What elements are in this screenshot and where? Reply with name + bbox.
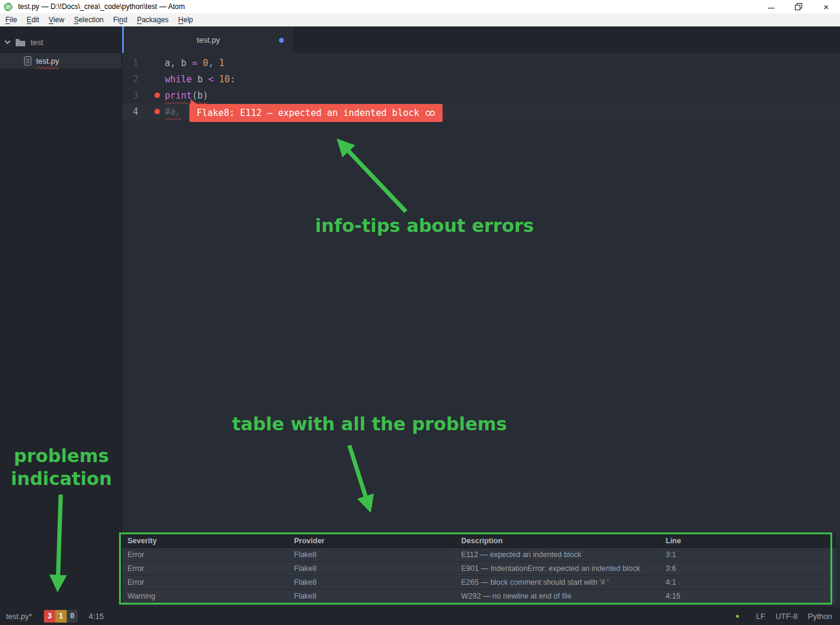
column-header-line[interactable]: Line	[660, 537, 836, 545]
menu-packages[interactable]: Packages	[132, 16, 174, 24]
menu-find[interactable]: Find	[108, 16, 132, 24]
lint-error-dot-icon	[155, 109, 160, 114]
code-line-1[interactable]: 1a, b = 0, 1	[122, 55, 840, 71]
problems-panel: Severity Provider Description Line Error…	[122, 534, 836, 603]
problem-severity: Error	[122, 578, 289, 587]
tree-view: test test.py	[0, 26, 122, 607]
annotation-info-tips: info-tips about errors	[315, 215, 534, 236]
lint-dot-column	[138, 109, 165, 114]
error-count-badge[interactable]: 3	[44, 610, 55, 623]
problem-row[interactable]: ErrorFlake8E112 — expected an indented b…	[122, 548, 836, 562]
tab-label: test.py	[197, 35, 219, 44]
problem-severity: Error	[122, 564, 289, 573]
code-line-3[interactable]: 3print(b)	[122, 87, 840, 103]
problem-provider: Flake8	[289, 592, 456, 600]
code-editor[interactable]: 1a, b = 0, 12while b < 10:3print(b)4#a,	[122, 53, 840, 607]
info-count-badge[interactable]: 0	[67, 610, 78, 623]
problem-line: 4:1	[660, 578, 836, 587]
problem-provider: Flake8	[289, 550, 456, 559]
menu-file[interactable]: File	[0, 16, 22, 24]
menu-selection[interactable]: Selection	[69, 16, 108, 24]
tab-testpy[interactable]: test.py	[124, 26, 293, 53]
tab-modified-dot-icon[interactable]	[279, 38, 284, 43]
linter-status-dot-icon[interactable]	[736, 615, 739, 618]
problem-description: E901 — IndentationError: expected an ind…	[456, 564, 660, 573]
line-number: 2	[122, 74, 138, 85]
code-text: a, b = 0, 1	[165, 58, 224, 69]
minimize-button[interactable]	[757, 0, 785, 13]
tree-item-file-testpy[interactable]: test.py	[0, 53, 121, 69]
menu-help[interactable]: Help	[173, 16, 198, 24]
grammar-indicator[interactable]: Python	[808, 612, 832, 621]
title-bar: test.py — D:\!Docs\_crea\_code\python\te…	[0, 0, 840, 13]
problem-description: E112 — expected an indented block	[456, 550, 660, 559]
lint-tooltip: Flake8: E112 — expected an indented bloc…	[189, 104, 443, 122]
column-header-severity[interactable]: Severity	[122, 534, 289, 547]
chevron-down-icon[interactable]	[5, 38, 11, 44]
problems-header-row: Severity Provider Description Line	[122, 534, 836, 548]
folder-icon	[16, 38, 25, 46]
atom-window: test.py — D:\!Docs\_crea\_code\python\te…	[0, 0, 840, 625]
tree-file-label: test.py	[36, 56, 59, 66]
tab-bar: test.py	[122, 26, 840, 53]
line-number: 3	[122, 90, 138, 101]
tree-item-folder-test[interactable]: test	[0, 34, 121, 50]
problem-line: 4:15	[660, 592, 836, 600]
line-number: 4	[122, 106, 138, 117]
lint-dot-column	[138, 93, 165, 98]
link-icon[interactable]	[425, 109, 435, 117]
annotation-table: table with all the problems	[232, 413, 507, 434]
line-number: 1	[122, 58, 138, 69]
lint-count-badges[interactable]: 3 1 0	[44, 610, 78, 623]
atom-logo-icon	[4, 2, 13, 11]
window-title: test.py — D:\!Docs\_crea\_code\python\te…	[18, 2, 185, 11]
problem-line: 3:1	[660, 550, 836, 559]
problem-description: E265 — block comment should start with '…	[456, 578, 660, 587]
file-icon	[24, 56, 31, 66]
menu-view[interactable]: View	[44, 16, 69, 24]
code-text: while b < 10:	[165, 74, 235, 85]
warning-count-badge[interactable]: 1	[55, 610, 67, 623]
menu-bar: FileEditViewSelectionFindPackagesHelp	[0, 13, 840, 26]
tree-folder-label: test	[31, 38, 43, 47]
cursor-position[interactable]: 4:15	[88, 612, 103, 621]
problem-line: 3:6	[660, 564, 836, 573]
encoding-indicator[interactable]: UTF-8	[776, 612, 798, 621]
close-button[interactable]: ×	[812, 0, 840, 13]
lint-tooltip-text: Flake8: E112 — expected an indented bloc…	[197, 108, 419, 118]
code-text: print(b)	[165, 90, 208, 101]
code-line-2[interactable]: 2while b < 10:	[122, 71, 840, 87]
code-text: #a,	[165, 106, 181, 117]
window-controls: ×	[757, 0, 840, 13]
column-header-description[interactable]: Description	[456, 534, 660, 547]
problem-severity: Error	[122, 550, 289, 559]
line-ending-indicator[interactable]: LF	[756, 612, 765, 621]
problem-row[interactable]: WarningFlake8W292 — no newline at end of…	[122, 590, 836, 603]
problem-row[interactable]: ErrorFlake8E265 — block comment should s…	[122, 576, 836, 590]
status-bar-right: LF UTF-8 Python	[736, 612, 833, 621]
problem-provider: Flake8	[289, 578, 456, 587]
menu-edit[interactable]: Edit	[22, 16, 44, 24]
annotation-problems: problems indication	[0, 445, 123, 490]
column-header-provider[interactable]: Provider	[289, 534, 456, 547]
problem-provider: Flake8	[289, 564, 456, 573]
status-file-name: test.py*	[6, 612, 32, 621]
status-bar: test.py* 3 1 0 4:15 LF UTF-8 Python	[0, 607, 840, 625]
problem-description: W292 — no newline at end of file	[456, 592, 660, 600]
problem-row[interactable]: ErrorFlake8E901 — IndentationError: expe…	[122, 562, 836, 576]
restore-button[interactable]	[785, 0, 812, 13]
lint-error-dot-icon	[155, 93, 160, 98]
problem-severity: Warning	[122, 592, 289, 600]
